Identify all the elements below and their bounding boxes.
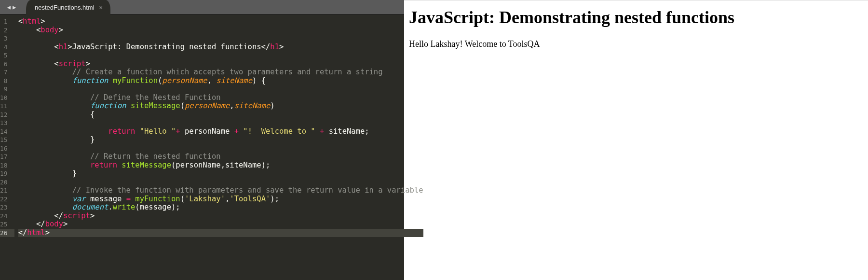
code-line: { — [18, 111, 423, 119]
file-tab[interactable]: nestedFunctions.html × — [26, 0, 110, 14]
code-line: // Create a function which accepts two p… — [18, 68, 423, 77]
code-line: // Define the Nested Function — [18, 94, 423, 102]
close-icon[interactable]: × — [99, 4, 103, 11]
line-number: 1 — [0, 17, 14, 26]
code-line: return siteMessage(personName,siteName); — [18, 161, 423, 170]
editor-pane: ◀ ▶ nestedFunctions.html × 1234567891011… — [0, 0, 404, 280]
line-number: 18 — [0, 161, 14, 170]
line-number: 15 — [0, 136, 14, 144]
nav-forward-icon[interactable]: ▶ — [13, 4, 16, 11]
line-number: 4 — [0, 43, 14, 52]
code-line — [18, 34, 423, 43]
line-number: 22 — [0, 195, 14, 204]
line-number-gutter: 1234567891011121314151617181920212223242… — [0, 14, 14, 280]
code-line — [18, 144, 423, 153]
code-line: <body> — [18, 26, 423, 35]
line-number: 19 — [0, 169, 14, 178]
code-line: <h1>JavaScript: Demonstrating nested fun… — [18, 43, 423, 52]
code-area[interactable]: <html> <body> <h1>JavaScript: Demonstrat… — [14, 14, 423, 280]
line-number: 2 — [0, 26, 14, 35]
line-number: 21 — [0, 186, 14, 195]
line-number: 7 — [0, 68, 14, 77]
code-line: <html> — [18, 17, 423, 26]
code-line — [18, 51, 423, 60]
code-line: </html> — [18, 229, 423, 238]
code-line: } — [18, 136, 423, 144]
code-line: var message = myFunction('Lakshay','Tool… — [18, 195, 423, 204]
code-line: <script> — [18, 60, 423, 69]
nav-arrows: ◀ ▶ — [0, 0, 23, 14]
line-number: 26 — [0, 229, 14, 238]
line-number: 24 — [0, 212, 14, 221]
line-number: 12 — [0, 111, 14, 119]
code-line: return "Hello "+ personName + "! Welcome… — [18, 127, 423, 136]
code-line: } — [18, 169, 423, 178]
line-number: 17 — [0, 153, 14, 161]
code-line: function siteMessage(personName,siteName… — [18, 102, 423, 111]
file-tab-label: nestedFunctions.html — [35, 4, 95, 11]
code-line: // Invoke the function with parameters a… — [18, 186, 423, 195]
code-line: </script> — [18, 212, 423, 221]
code-line: function myFunction(personName, siteName… — [18, 77, 423, 85]
code-line: document.write(message); — [18, 203, 423, 212]
editor-body: 1234567891011121314151617181920212223242… — [0, 14, 404, 280]
line-number: 25 — [0, 220, 14, 229]
browser-output-pane: JavaScript: Demonstrating nested functio… — [404, 0, 868, 280]
line-number: 8 — [0, 77, 14, 85]
line-number: 3 — [0, 34, 14, 43]
line-number: 13 — [0, 119, 14, 127]
app-root: ◀ ▶ nestedFunctions.html × 1234567891011… — [0, 0, 868, 280]
page-heading: JavaScript: Demonstrating nested functio… — [409, 7, 863, 28]
line-number: 23 — [0, 203, 14, 212]
line-number: 14 — [0, 127, 14, 136]
code-line — [18, 178, 423, 187]
line-number: 16 — [0, 144, 14, 153]
code-line: // Return the nested function — [18, 153, 423, 161]
page-body-text: Hello Lakshay! Welcome to ToolsQA — [409, 39, 863, 49]
line-number: 6 — [0, 60, 14, 69]
code-line — [18, 85, 423, 94]
code-line: </body> — [18, 220, 423, 229]
line-number: 11 — [0, 102, 14, 111]
line-number: 9 — [0, 85, 14, 94]
code-line — [18, 119, 423, 127]
tab-bar: ◀ ▶ nestedFunctions.html × — [0, 0, 404, 14]
line-number: 10 — [0, 94, 14, 102]
nav-back-icon[interactable]: ◀ — [7, 4, 11, 11]
line-number: 20 — [0, 178, 14, 187]
line-number: 5 — [0, 51, 14, 60]
